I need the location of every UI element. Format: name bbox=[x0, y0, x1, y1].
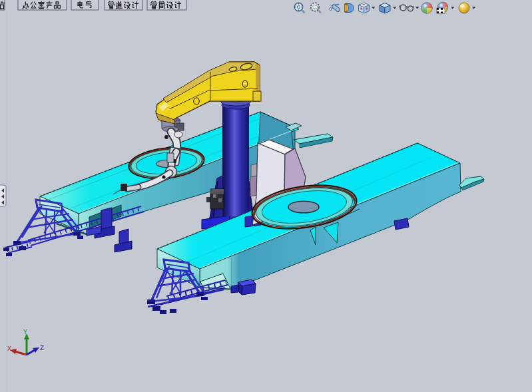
svg-text:X: X bbox=[7, 345, 11, 353]
svg-text:Y: Y bbox=[23, 329, 27, 336]
svg-text:Z: Z bbox=[40, 345, 44, 352]
